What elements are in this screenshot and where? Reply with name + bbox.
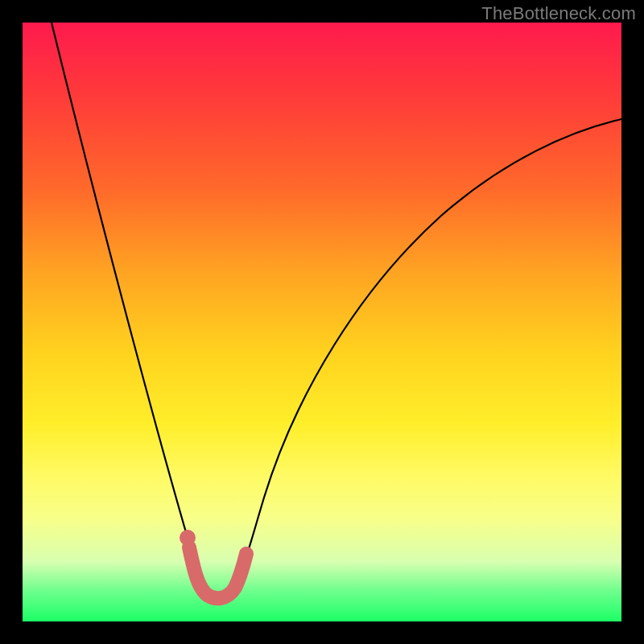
bottleneck-curve [52, 23, 621, 600]
overlay-optimal-segment [189, 547, 246, 598]
chart-plot-area [23, 23, 621, 621]
watermark-text: TheBottleneck.com [481, 3, 636, 24]
bottleneck-curve-svg [23, 23, 621, 621]
